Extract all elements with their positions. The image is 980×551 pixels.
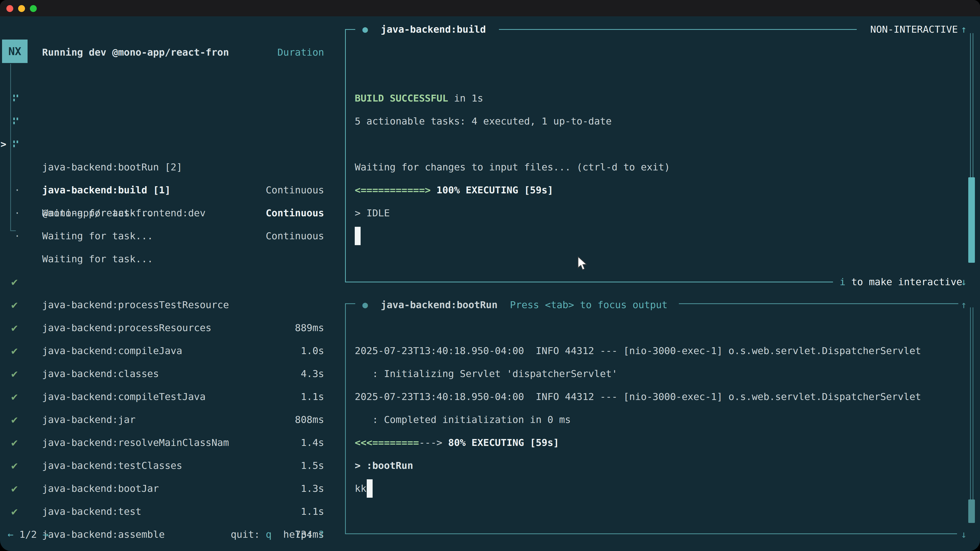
- progress-status: 80% EXECUTING [59s]: [442, 437, 559, 448]
- terminal-window: NX Running dev @mono-app/react-fron Dura…: [0, 0, 980, 551]
- interactive-hint: i to make interactive: [840, 270, 962, 293]
- build-pane-title: java-backend:build: [381, 18, 486, 41]
- log-line: : Completed initialization in 0 ms: [355, 408, 571, 431]
- pending-dot-icon: ·: [14, 224, 20, 248]
- bootrun-pane-bottom-border: [345, 534, 957, 534]
- keyboard-hints: quit: q help: ?: [0, 523, 332, 546]
- running-spinner-icon: [13, 141, 19, 148]
- completed-task-row[interactable]: ✔ java-backend:classes 1.1s: [0, 316, 332, 339]
- task-name: Waiting for task...: [42, 224, 153, 248]
- completed-task-row[interactable]: ✔ java-backend:assemble 774ms: [0, 477, 332, 500]
- bootrun-pane-bullet-icon: ●: [363, 293, 368, 316]
- build-scrollbar-track: [970, 33, 971, 177]
- waiting-task-row[interactable]: · Waiting for task...: [0, 156, 332, 179]
- bootrun-pane-border-stub: [345, 303, 355, 304]
- build-time: in 1s: [448, 93, 483, 104]
- task-duration: 774ms: [295, 546, 324, 551]
- completed-task-row[interactable]: ✔ java-backend:test 734ms: [0, 454, 332, 477]
- build-result-line: BUILD SUCCESSFUL in 1s: [355, 87, 483, 110]
- interactive-hint-key: i: [840, 276, 845, 287]
- log-line: 2025-07-23T13:40:18.950-04:00 INFO 44312…: [355, 385, 921, 408]
- completed-task-row[interactable]: ✔ java-backend:compileTestJava 808ms: [0, 339, 332, 362]
- completed-task-row[interactable]: ✔ java-backend:processResources 1.0s: [0, 270, 332, 293]
- completed-task-row[interactable]: ✔ java-backend:processTestResource 889ms: [0, 248, 332, 270]
- bootrun-progress-line: <<<========---> 80% EXECUTING [59s]: [355, 431, 559, 454]
- checkmark-icon: ✔: [11, 500, 18, 523]
- completed-task-row[interactable]: ✔ java-backend:jar 1.4s: [0, 362, 332, 385]
- mouse-pointer-icon: [577, 256, 587, 272]
- running-spinner-icon: [13, 118, 19, 125]
- completed-task-row[interactable]: ✔ java-backend:resolveMainClassNam 1.5s: [0, 385, 332, 408]
- help-key: ?: [318, 529, 324, 540]
- progress-status: 100% EXECUTING [59s]: [431, 184, 553, 196]
- bootrun-scrollbar-track: [973, 307, 974, 499]
- running-task-row[interactable]: > java-backend:build [1] Continuous: [0, 110, 332, 133]
- build-pane-left-border: [345, 29, 346, 283]
- build-scroll-up-icon[interactable]: ↑: [961, 18, 967, 41]
- bootrun-pane-title: java-backend:bootRun: [381, 293, 498, 316]
- duration-column-header: Duration: [0, 41, 332, 64]
- non-interactive-badge: NON-INTERACTIVE: [870, 18, 958, 41]
- terminal-cursor: [355, 227, 361, 245]
- progress-bar: <===========>: [355, 184, 431, 196]
- bootrun-scroll-down-icon[interactable]: ↓: [961, 523, 967, 546]
- task-sidebar: NX Running dev @mono-app/react-fron Dura…: [0, 0, 345, 551]
- completed-task-row[interactable]: ✔ java-backend:testClasses 1.3s: [0, 408, 332, 431]
- bootrun-scrollbar-track: [970, 307, 971, 499]
- bootrun-pane-top-border: [679, 303, 958, 304]
- running-task-row[interactable]: > java-backend:bootRun [2] Continuous: [0, 87, 332, 110]
- gradle-prompt-line: > :bootRun: [355, 454, 413, 477]
- progress-bar-filled: <<<========: [355, 437, 419, 448]
- build-scrollbar-track: [973, 33, 974, 177]
- stdin-input-text[interactable]: kk: [355, 477, 366, 500]
- build-successful-label: BUILD SUCCESSFUL: [355, 93, 448, 104]
- terminal-cursor: [367, 479, 372, 498]
- help-label: help:: [272, 529, 318, 540]
- build-pane-bullet-icon: ●: [363, 18, 368, 41]
- task-duration: 1.1s: [301, 500, 324, 523]
- completed-task-row[interactable]: ✔ java-backend:bootJar 1.1s: [0, 431, 332, 454]
- log-line: 2025-07-23T13:40:18.950-04:00 INFO 44312…: [355, 339, 921, 362]
- log-line: : Initializing Servlet 'dispatcherServle…: [355, 362, 617, 385]
- focus-output-hint: Press <tab> to focus output: [510, 293, 668, 316]
- waiting-task-row[interactable]: · Waiting for task...: [0, 179, 332, 202]
- build-pane-bottom-border: [345, 282, 833, 283]
- tasks-summary-line: 5 actionable tasks: 4 executed, 1 up-to-…: [355, 110, 612, 133]
- quit-key: q: [266, 529, 272, 540]
- build-progress-line: <===========> 100% EXECUTING [59s]: [355, 179, 553, 202]
- running-task-row[interactable]: > @mono-app/react-frontend:dev Continuou…: [0, 133, 332, 156]
- task-duration: Continuous: [266, 224, 324, 248]
- quit-label: quit:: [231, 529, 266, 540]
- idle-line: > IDLE: [355, 202, 390, 224]
- waiting-for-changes-line: Waiting for changes to input files... (c…: [355, 156, 670, 179]
- build-pane-border-stub: [345, 29, 355, 30]
- waiting-task-row[interactable]: · Waiting for task...: [0, 202, 332, 224]
- build-scroll-down-icon[interactable]: ↓: [961, 270, 967, 293]
- build-pane-top-border: [499, 29, 857, 30]
- running-spinner-icon: [13, 95, 19, 102]
- bootrun-scroll-up-icon[interactable]: ↑: [961, 293, 967, 316]
- bootrun-pane-left-border: [345, 303, 346, 534]
- completed-task-row[interactable]: ✔ java-backend:compileJava 4.3s: [0, 293, 332, 316]
- build-scrollbar-thumb[interactable]: [968, 177, 975, 263]
- progress-bar-rest: --->: [419, 437, 442, 448]
- bootrun-scrollbar-thumb[interactable]: [968, 499, 975, 523]
- interactive-hint-text: to make interactive: [845, 276, 963, 287]
